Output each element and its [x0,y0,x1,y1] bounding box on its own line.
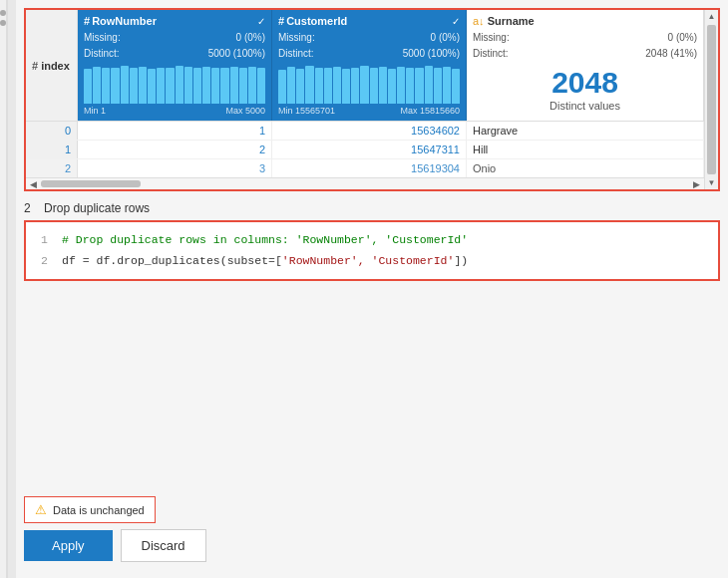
table-row: 1 2 15647311 Hill [26,141,704,159]
rownumber-distinct-label: Distinct: [84,46,120,62]
customerid-missing-value: 0 (0%) [431,30,460,46]
rownumber-cell-1: 2 [78,141,272,158]
code-block: 1 # Drop duplicate rows in columns: 'Row… [24,220,720,281]
surname-distinct-display: 2048 Distinct values [473,62,697,116]
v-scrollbar-thumb[interactable] [707,25,716,174]
rownumber-cell-2: 3 [78,159,272,177]
comment-text-1: # Drop duplicate rows in columns: 'RowNu… [62,233,468,246]
rownumber-bar-chart [84,66,265,104]
customerid-label: CustomerId [286,15,347,27]
button-row: Apply Discard [24,529,720,562]
surname-header-title: a↓ Surname [473,15,697,27]
scroll-down-arrow[interactable]: ▼ [706,176,718,189]
surname-cell-2: Onio [467,159,704,177]
code-line-1: 1 # Drop duplicate rows in columns: 'Row… [36,230,708,251]
customerid-range: Min 15565701 Max 15815660 [278,106,460,116]
accent-dot [0,10,6,16]
surname-col-header: a↓ Surname Missing: 0 (0%) Distinct: [467,10,704,121]
surname-distinct-label: Distinct: [473,46,509,62]
customerid-min: Min 15565701 [278,106,335,116]
rownumber-missing-value: 0 (0%) [236,30,265,46]
surname-cell-1: Hill [467,141,704,158]
customerid-distinct-value: 5000 (100%) [403,46,460,62]
line-num-2: 2 [36,251,48,272]
customerid-hash-icon: # [278,15,284,27]
surname-missing-value: 0 (0%) [668,30,697,46]
index-cell-2: 2 [26,159,78,177]
rownumber-distinct-value: 5000 (100%) [208,46,265,62]
code-comment-1: # Drop duplicate rows in columns: 'RowNu… [62,230,468,251]
index-col-header: # index [26,10,78,121]
rownumber-cell-0: 1 [78,122,272,140]
rownumber-missing-row: Missing: 0 (0%) [84,30,265,46]
surname-distinct-label-text: Distinct values [475,100,695,112]
warning-icon: ⚠ [35,502,47,517]
scroll-right-arrow[interactable]: ▶ [693,179,700,189]
step-number-space [34,201,41,215]
customerid-cell-1: 15647311 [272,141,467,158]
table-row: 2 3 15619304 Onio [26,159,704,177]
rownumber-hash-icon: # [84,15,90,27]
rownumber-check-icon: ✓ [257,16,265,27]
customerid-check-icon: ✓ [452,16,460,27]
hash-icon: # [32,60,38,72]
surname-missing-label: Missing: [473,30,510,46]
rownumber-distinct-row: Distinct: 5000 (100%) [84,46,265,62]
table-wrapper: # index # RowNumber ✓ [26,10,718,189]
customerid-distinct-row: Distinct: 5000 (100%) [278,46,460,62]
status-badge: ⚠ Data is unchanged [24,496,156,523]
surname-distinct-number: 2048 [475,68,695,98]
index-cell-0: 0 [26,122,78,140]
surname-distinct-row: Distinct: 2048 (41%) [473,46,697,62]
accent-dot-2 [0,20,6,26]
customerid-cell-0: 15634602 [272,122,467,140]
v-scrollbar: ▲ ▼ [704,10,718,189]
code-text-2: df = df.drop_duplicates(subset=['RowNumb… [62,251,468,272]
index-col-label: index [41,60,70,72]
table-content: # index # RowNumber ✓ [26,10,704,189]
table-row: 0 1 15634602 Hargrave [26,122,704,141]
index-cell-1: 1 [26,141,78,158]
surname-distinct-value: 2048 (41%) [645,46,697,62]
left-accent-bar [0,0,8,578]
rownumber-missing-label: Missing: [84,30,121,46]
surname-label: Surname [488,15,535,27]
customerid-max: Max 15815660 [400,106,460,116]
h-scrollbar-area: ◀ ▶ [26,177,704,189]
line-num-1: 1 [36,230,48,251]
h-scrollbar-thumb[interactable] [41,180,141,187]
rownumber-min: Min 1 [84,106,106,116]
rownumber-col-header: # RowNumber ✓ Missing: 0 (0%) [78,10,272,121]
rownumber-max: Max 5000 [225,106,265,116]
data-rows-container: 0 1 15634602 Hargrave 1 2 15647311 Hill [26,122,704,177]
rownumber-header-title: # RowNumber ✓ [84,15,265,27]
step-number: 2 [24,201,31,215]
customerid-header-title: # CustomerId ✓ [278,15,460,27]
scroll-left-arrow[interactable]: ◀ [30,179,37,189]
customerid-missing-row: Missing: 0 (0%) [278,30,460,46]
scroll-up-arrow[interactable]: ▲ [706,10,718,23]
customerid-bar-chart [278,66,460,104]
customerid-cell-2: 15619304 [272,159,467,177]
rownumber-stats: Missing: 0 (0%) Distinct: 5000 (100%) [84,30,265,62]
apply-button[interactable]: Apply [24,530,113,561]
customerid-stats: Missing: 0 (0%) Distinct: 5000 (100%) [278,30,460,62]
discard-button[interactable]: Discard [121,529,206,562]
customerid-missing-label: Missing: [278,30,315,46]
page-wrapper: # index # RowNumber ✓ [0,0,728,578]
content-area: # index # RowNumber ✓ [16,0,728,578]
surname-missing-row: Missing: 0 (0%) [473,30,697,46]
table-header-row: # index # RowNumber ✓ [26,10,704,122]
step-description: Drop duplicate rows [44,201,150,215]
status-area: ⚠ Data is unchanged [24,496,720,523]
surname-cell-0: Hargrave [467,122,704,140]
code-line-2: 2 df = df.drop_duplicates(subset=['RowNu… [36,251,708,272]
status-text: Data is unchanged [53,504,145,516]
customerid-col-header: # CustomerId ✓ Missing: 0 (0%) [272,10,467,121]
data-table-section: # index # RowNumber ✓ [24,8,720,191]
rownumber-label: RowNumber [92,15,157,27]
surname-text-icon: a↓ [473,15,485,27]
surname-stats: Missing: 0 (0%) Distinct: 2048 (41%) [473,30,697,62]
rownumber-range: Min 1 Max 5000 [84,106,265,116]
step-label: 2 Drop duplicate rows [24,201,720,215]
